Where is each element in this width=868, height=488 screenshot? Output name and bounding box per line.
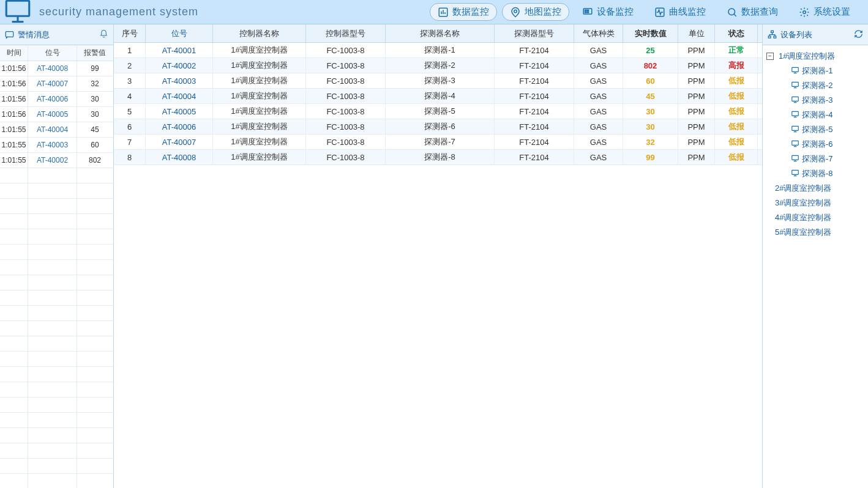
cell-ctrl-name: 1#调度室控制器 (213, 135, 306, 149)
cell-det-name: 探测器-3 (386, 73, 495, 88)
alarm-row-empty (0, 260, 113, 275)
cell-ctrl-model: FC-1003-8 (306, 119, 386, 134)
tree-controller[interactable]: 3#调度室控制器 (766, 196, 864, 210)
tree-leaf[interactable]: 探测器-7 (766, 152, 864, 166)
tree-leaf[interactable]: 探测器-4 (766, 108, 864, 122)
cell-det-model: FT-2104 (495, 150, 574, 165)
table-row[interactable]: 2AT-400021#调度室控制器FC-1003-8探测器-2FT-2104GA… (114, 58, 762, 73)
col-index: 序号 (114, 24, 146, 42)
alarm-cell-val: 32 (77, 76, 113, 91)
cell-det-name: 探测器-6 (386, 119, 495, 134)
nav-gear[interactable]: 系统设置 (791, 3, 858, 21)
tree-controller-label: 2#调度室控制器 (775, 183, 831, 194)
data-table-panel: 序号 位号 控制器名称 控制器型号 探测器名称 探测器型号 气体种类 实时数值 … (114, 24, 763, 488)
table-row[interactable]: 6AT-400061#调度室控制器FC-1003-8探测器-6FT-2104GA… (114, 119, 762, 135)
alarm-cell-val: 60 (77, 138, 113, 152)
tree-leaf[interactable]: 探测器-2 (766, 78, 864, 93)
cell-ctrl-name: 1#调度室控制器 (213, 73, 306, 88)
cell-gas: GAS (574, 119, 623, 134)
alarm-row-empty (0, 397, 113, 413)
cell-ctrl-model: FC-1003-8 (306, 73, 386, 88)
svg-rect-26 (792, 111, 799, 116)
tree-controller-label: 5#调度室控制器 (775, 227, 831, 238)
cell-tag: AT-40005 (146, 104, 213, 119)
cell-value: 45 (623, 89, 678, 103)
alarm-row[interactable]: 1:01:56AT-4000732 (0, 76, 113, 92)
panel-header-alarm: 警情消息 (0, 24, 113, 45)
table-row[interactable]: 8AT-400081#调度室控制器FC-1003-8探测器-8FT-2104GA… (114, 150, 762, 165)
tree-leaf[interactable]: 探测器-8 (766, 166, 864, 181)
cell-gas: GAS (574, 135, 623, 149)
bell-icon[interactable] (99, 29, 108, 40)
col-gas: 气体种类 (574, 24, 623, 42)
cell-index: 6 (114, 119, 146, 134)
table-row[interactable]: 3AT-400031#调度室控制器FC-1003-8探测器-3FT-2104GA… (114, 73, 762, 89)
tree-leaf[interactable]: 探测器-3 (766, 93, 864, 108)
device-list-panel: 设备列表 −1#调度室控制器探测器-1探测器-2探测器-3探测器-4探测器-5探… (763, 24, 868, 488)
svg-rect-13 (6, 32, 13, 37)
cell-det-model: FT-2104 (495, 119, 574, 134)
cell-gas: GAS (574, 150, 623, 165)
alarm-row[interactable]: 1:01:56AT-4000630 (0, 92, 113, 107)
tree-leaf[interactable]: 探测器-6 (766, 137, 864, 152)
cell-tag: AT-40004 (146, 89, 213, 103)
alarm-row-empty (0, 352, 113, 367)
tree-leaf-label: 探测器-1 (802, 65, 833, 76)
nav-bar-chart[interactable]: 数据监控 (430, 3, 497, 21)
cell-det-name: 探测器-7 (386, 135, 495, 149)
tree-root[interactable]: −1#调度室控制器 (766, 49, 864, 64)
alarm-table-body[interactable]: 1:01:56AT-40008991:01:56AT-40007321:01:5… (0, 61, 113, 488)
refresh-icon[interactable] (854, 29, 863, 40)
cell-tag: AT-40008 (146, 150, 213, 165)
monitor-icon (791, 139, 799, 150)
alarm-row-empty (0, 275, 113, 290)
main-table-body[interactable]: 1AT-400011#调度室控制器FC-1003-8探测器-1FT-2104GA… (114, 43, 762, 488)
alarm-table-head: 时间 位号 报警值 (0, 45, 113, 61)
alarm-row-empty (0, 290, 113, 306)
alarm-row[interactable]: 1:01:55AT-40002802 (0, 153, 113, 168)
device-tree[interactable]: −1#调度室控制器探测器-1探测器-2探测器-3探测器-4探测器-5探测器-6探… (763, 45, 868, 488)
alarm-row-empty (0, 168, 113, 183)
nav-pulse[interactable]: 曲线监控 (646, 3, 714, 21)
collapse-icon[interactable]: − (766, 53, 774, 60)
tree-controller-label: 4#调度室控制器 (775, 212, 831, 223)
app-title: security management system (39, 6, 198, 18)
tree-leaf[interactable]: 探测器-1 (766, 64, 864, 78)
cell-value: 30 (623, 119, 678, 134)
table-row[interactable]: 7AT-400071#调度室控制器FC-1003-8探测器-7FT-2104GA… (114, 135, 762, 150)
alarm-cell-tag: AT-40007 (28, 76, 77, 91)
tree-controller[interactable]: 5#调度室控制器 (766, 225, 864, 240)
cell-status: 低报 (715, 150, 758, 165)
alarm-row[interactable]: 1:01:55AT-4000445 (0, 122, 113, 138)
cell-det-name: 探测器-5 (386, 104, 495, 119)
alarm-col-value: 报警值 (77, 45, 113, 61)
cell-unit: PPM (678, 119, 715, 134)
tree-controller[interactable]: 2#调度室控制器 (766, 181, 864, 196)
col-det-name: 探测器名称 (386, 24, 495, 42)
cell-value: 25 (623, 43, 678, 57)
nav-device[interactable]: 设备监控 (574, 3, 642, 21)
header-nav: 数据监控地图监控设备监控曲线监控数据查询系统设置 (430, 3, 858, 21)
table-row[interactable]: 1AT-400011#调度室控制器FC-1003-8探测器-1FT-2104GA… (114, 43, 762, 58)
table-row[interactable]: 4AT-400041#调度室控制器FC-1003-8探测器-4FT-2104GA… (114, 89, 762, 104)
tree-controller[interactable]: 4#调度室控制器 (766, 210, 864, 225)
nav-map[interactable]: 地图监控 (502, 3, 569, 21)
alarm-row[interactable]: 1:01:56AT-4000899 (0, 61, 113, 76)
nav-label: 系统设置 (814, 6, 850, 18)
gear-icon (799, 7, 810, 18)
alarm-row-empty (0, 199, 113, 214)
tree-leaf-label: 探测器-2 (802, 80, 833, 91)
alarm-row[interactable]: 1:01:55AT-4000360 (0, 138, 113, 153)
svg-rect-7 (587, 10, 588, 11)
alarm-row-empty (0, 245, 113, 260)
nav-search[interactable]: 数据查询 (719, 3, 786, 21)
tree-leaf[interactable]: 探测器-5 (766, 122, 864, 137)
alarm-cell-val: 802 (77, 153, 113, 168)
cell-gas: GAS (574, 73, 623, 88)
col-value: 实时数值 (623, 24, 678, 42)
cell-ctrl-model: FC-1003-8 (306, 43, 386, 57)
alarm-row[interactable]: 1:01:56AT-4000530 (0, 107, 113, 122)
cell-det-model: FT-2104 (495, 58, 574, 73)
cell-gas: GAS (574, 89, 623, 103)
table-row[interactable]: 5AT-400051#调度室控制器FC-1003-8探测器-5FT-2104GA… (114, 104, 762, 119)
